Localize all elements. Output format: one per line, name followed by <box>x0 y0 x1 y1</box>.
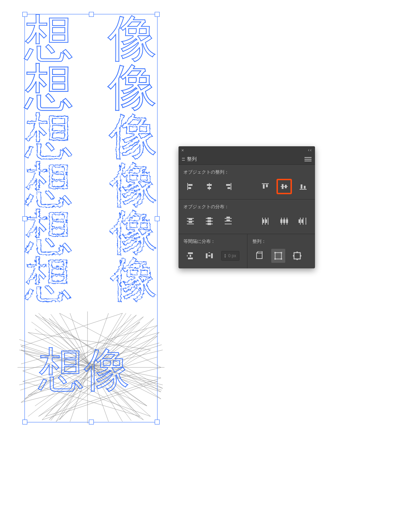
svg-rect-49 <box>301 219 303 223</box>
vertical-align-bottom-icon[interactable] <box>296 180 310 194</box>
svg-rect-51 <box>188 258 193 259</box>
svg-rect-19 <box>187 221 194 222</box>
svg-rect-2 <box>188 187 191 189</box>
svg-rect-22 <box>189 222 192 223</box>
distribute-spacing-horizontal-icon[interactable] <box>202 249 216 263</box>
svg-rect-8 <box>227 187 230 189</box>
align-tab[interactable]: 整列 <box>182 156 197 162</box>
vertical-align-middle-icon[interactable] <box>277 180 291 194</box>
distribute-vertical-bottom-icon[interactable] <box>221 214 235 228</box>
section-align-to: 整列： <box>247 234 315 268</box>
svg-rect-28 <box>208 223 211 225</box>
spacing-value-input[interactable]: ▴▾ 0 px <box>221 251 239 261</box>
glyph: 想 <box>24 160 72 208</box>
collapse-icon[interactable]: ‹‹ <box>308 148 312 153</box>
horizontal-align-center-icon[interactable] <box>202 180 216 194</box>
panel-titlebar[interactable]: × ‹‹ <box>178 146 315 154</box>
svg-rect-18 <box>187 218 194 219</box>
svg-rect-53 <box>190 255 191 257</box>
svg-rect-9 <box>262 183 269 184</box>
svg-rect-33 <box>226 219 230 221</box>
section-label: オブジェクトの分布： <box>183 204 310 210</box>
svg-rect-54 <box>206 253 208 258</box>
section-bottom: 等間隔に分布： ▴▾ 0 px 整列： <box>178 234 315 268</box>
svg-rect-63 <box>274 258 276 260</box>
selected-text-outlines[interactable]: 想像 想像 想像 想像 想像 想像 <box>24 14 157 302</box>
svg-rect-14 <box>285 185 287 188</box>
distribute-horizontal-right-icon[interactable] <box>296 214 310 228</box>
svg-rect-60 <box>275 253 281 259</box>
glyph: 像 <box>108 63 157 112</box>
svg-rect-46 <box>303 218 303 225</box>
glyph: 像 <box>108 112 157 160</box>
glyph: 想 <box>24 14 74 63</box>
svg-rect-57 <box>208 255 210 257</box>
distribute-horizontal-center-icon[interactable] <box>277 214 291 228</box>
svg-rect-55 <box>211 253 213 258</box>
rough-sketch-group[interactable]: 想像 <box>18 311 164 423</box>
svg-rect-36 <box>268 218 268 225</box>
align-to-selection-icon[interactable] <box>271 249 285 263</box>
close-icon[interactable]: × <box>181 148 184 153</box>
align-to-artboard-icon[interactable] <box>252 249 266 263</box>
glyph: 像 <box>109 208 157 255</box>
glyph: 像 <box>110 255 157 302</box>
svg-rect-31 <box>225 224 232 224</box>
svg-rect-48 <box>299 219 300 223</box>
section-label: 等間隔に分布： <box>183 238 242 245</box>
svg-rect-0 <box>187 183 188 190</box>
distribute-spacing-vertical-icon[interactable] <box>183 249 197 263</box>
panel-title: 整列 <box>187 156 197 162</box>
svg-rect-26 <box>208 217 211 219</box>
svg-rect-66 <box>293 255 294 257</box>
distribute-vertical-center-icon[interactable] <box>202 214 216 228</box>
glyph: 想 <box>24 208 72 255</box>
svg-rect-4 <box>207 184 212 186</box>
illustrator-canvas[interactable]: 想像 想像 想像 想像 想像 想像 想像 <box>18 10 168 479</box>
svg-rect-5 <box>208 187 211 189</box>
vertical-align-top-icon[interactable] <box>258 180 272 194</box>
glyph: 像 <box>109 160 157 208</box>
svg-rect-7 <box>226 184 230 186</box>
distribute-vertical-top-icon[interactable] <box>183 214 197 228</box>
section-label: 整列： <box>252 238 310 245</box>
svg-rect-21 <box>189 219 192 220</box>
svg-rect-17 <box>304 186 306 189</box>
svg-rect-56 <box>209 252 210 253</box>
glyph: 想 <box>24 112 73 160</box>
spacing-value: 0 px <box>228 253 236 258</box>
svg-rect-16 <box>301 184 302 189</box>
svg-rect-11 <box>266 184 268 187</box>
svg-rect-67 <box>300 255 301 257</box>
stepper-arrows-icon[interactable]: ▴▾ <box>224 253 226 258</box>
panel-tab-bar: 整列 <box>178 154 315 164</box>
svg-rect-38 <box>266 219 267 223</box>
distribute-horizontal-left-icon[interactable] <box>258 214 272 228</box>
svg-rect-64 <box>281 258 282 260</box>
align-to-key-object-icon[interactable] <box>290 249 304 263</box>
section-distribute-spacing: 等間隔に分布： ▴▾ 0 px <box>178 234 247 268</box>
section-label: オブジェクトの整列： <box>183 169 310 175</box>
svg-rect-27 <box>208 220 211 222</box>
final-glyph-pair: 想像 <box>38 339 130 401</box>
svg-rect-62 <box>281 252 282 253</box>
svg-rect-6 <box>231 183 231 190</box>
svg-rect-29 <box>225 218 232 219</box>
svg-rect-1 <box>188 184 192 186</box>
align-panel[interactable]: × ‹‹ 整列 オブジェクトの整列： <box>178 146 315 268</box>
section-align-objects: オブジェクトの整列： <box>178 164 315 199</box>
section-distribute-objects: オブジェクトの分布： <box>178 199 315 234</box>
svg-rect-61 <box>274 252 276 253</box>
svg-rect-34 <box>262 218 263 225</box>
horizontal-align-right-icon[interactable] <box>221 180 235 194</box>
svg-rect-10 <box>263 184 265 189</box>
svg-rect-45 <box>300 218 301 225</box>
svg-rect-43 <box>283 219 285 223</box>
glyph: 像 <box>108 14 157 63</box>
panel-menu-icon[interactable] <box>304 157 312 161</box>
svg-rect-47 <box>306 218 306 225</box>
svg-rect-50 <box>188 252 193 254</box>
horizontal-align-left-icon[interactable] <box>183 180 197 194</box>
svg-rect-42 <box>280 219 282 223</box>
svg-rect-52 <box>187 255 188 257</box>
